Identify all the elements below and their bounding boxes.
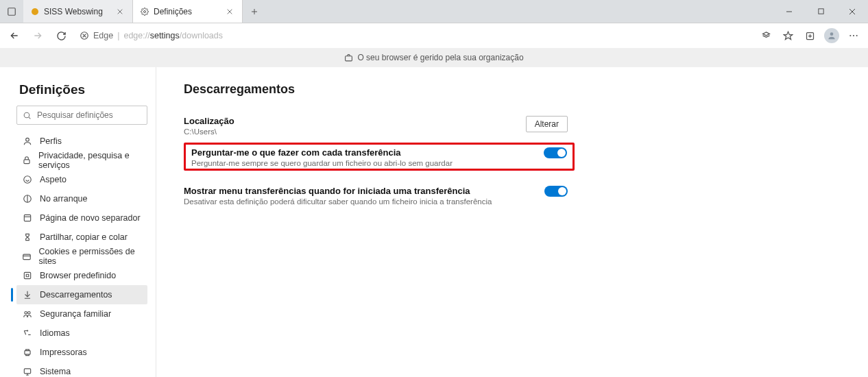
- nav-item-icon: [22, 328, 33, 339]
- svg-point-6: [830, 32, 834, 36]
- sidebar-item[interactable]: Página de novo separador: [16, 208, 147, 228]
- minimize-button[interactable]: [773, 0, 805, 23]
- settings-search[interactable]: [16, 106, 147, 125]
- sidebar-item[interactable]: Segurança familiar: [16, 304, 147, 324]
- close-icon[interactable]: [224, 6, 235, 17]
- sidebar-item[interactable]: Partilhar, copiar e colar: [16, 228, 147, 247]
- setting-location-title: Localização: [184, 116, 518, 126]
- svg-point-1: [32, 8, 38, 15]
- svg-point-12: [26, 138, 29, 141]
- forward-button[interactable]: [27, 25, 48, 46]
- sidebar-title: Definições: [19, 82, 147, 97]
- sidebar-item-label: Privacidade, pesquisa e serviços: [38, 151, 143, 170]
- collections-button[interactable]: [799, 25, 820, 46]
- svg-point-11: [24, 112, 29, 118]
- sidebar-item[interactable]: Sistema: [16, 362, 147, 377]
- svg-point-7: [849, 35, 851, 36]
- sidebar-item[interactable]: No arranque: [16, 189, 147, 208]
- sidebar-item-label: Sistema: [40, 367, 71, 376]
- more-button[interactable]: [843, 25, 864, 46]
- svg-rect-16: [24, 215, 30, 221]
- svg-rect-13: [24, 160, 29, 164]
- setting-menu-sub: Desativar esta definição poderá dificult…: [184, 197, 536, 206]
- setting-menu-title: Mostrar menu transferências quando for i…: [184, 186, 536, 196]
- browser-tab-0[interactable]: SISS Webswing: [23, 0, 133, 23]
- setting-location-path: C:\Users\: [184, 127, 518, 136]
- profile-button[interactable]: [821, 25, 842, 46]
- toggle-show-download-menu[interactable]: [544, 186, 568, 197]
- sidebar-nav: PerfisPrivacidade, pesquisa e serviçosAs…: [16, 132, 147, 377]
- nav-item-icon: [22, 251, 32, 262]
- sidebar-item[interactable]: Descarregamentos: [16, 285, 147, 304]
- svg-point-2: [144, 10, 146, 12]
- sidebar-item[interactable]: Impressoras: [16, 343, 147, 362]
- nav-item-icon: [22, 308, 33, 319]
- svg-rect-17: [23, 254, 31, 260]
- svg-point-20: [28, 312, 31, 315]
- svg-point-4: [81, 32, 88, 40]
- sidebar-item-label: No arranque: [40, 194, 88, 204]
- toolbar-right-icons: [756, 25, 864, 46]
- briefcase-icon: [344, 53, 353, 62]
- tab-title: Definições: [154, 7, 220, 16]
- nav-item-icon: [22, 289, 33, 300]
- svg-rect-10: [346, 56, 352, 60]
- site-identity-icon[interactable]: [80, 31, 89, 40]
- sidebar-item[interactable]: Cookies e permissões de sites: [16, 247, 147, 266]
- address-separator: |: [117, 31, 119, 40]
- search-input[interactable]: [36, 110, 141, 121]
- setting-ask-each-download: Perguntar-me o que fazer com cada transf…: [191, 147, 567, 167]
- svg-point-14: [24, 176, 32, 184]
- sidebar-item[interactable]: Idiomas: [16, 324, 147, 343]
- sidebar-item-label: Partilhar, copiar e colar: [40, 232, 128, 242]
- favorites-button[interactable]: [777, 25, 798, 46]
- sidebar-item[interactable]: Aspeto: [16, 170, 147, 189]
- browser-tab-1[interactable]: Definições: [133, 0, 243, 23]
- sidebar-item-label: Impressoras: [40, 348, 87, 357]
- nav-item-icon: [22, 193, 33, 204]
- settings-main: Definições PerfisPrivacidade, pesquisa e…: [0, 67, 868, 377]
- setting-show-download-menu: Mostrar menu transferências quando for i…: [184, 182, 568, 212]
- sidebar-item-label: Aspeto: [40, 175, 67, 184]
- svg-point-8: [853, 35, 854, 36]
- nav-item-icon: [22, 174, 33, 185]
- avatar-icon: [824, 28, 839, 43]
- nav-item-icon: [22, 232, 33, 243]
- title-bar: SISS Webswing Definições: [0, 0, 868, 23]
- settings-sidebar: Definições PerfisPrivacidade, pesquisa e…: [0, 67, 156, 377]
- tab-title: SISS Webswing: [44, 7, 110, 16]
- sidebar-item[interactable]: Perfis: [16, 132, 147, 151]
- browser-toolbar: Edge | edge://settings/downloads: [0, 23, 868, 48]
- nav-item-icon: [22, 212, 33, 223]
- svg-rect-22: [24, 369, 30, 374]
- maximize-button[interactable]: [805, 0, 836, 23]
- nav-item-icon: [22, 155, 32, 166]
- settings-content: Descarregamentos Localização C:\Users\ A…: [156, 67, 868, 377]
- sidebar-item-label: Segurança familiar: [40, 309, 111, 319]
- svg-rect-0: [8, 8, 16, 15]
- close-icon[interactable]: [114, 6, 125, 17]
- close-window-button[interactable]: [836, 0, 868, 23]
- tab-site-icon: [30, 7, 40, 16]
- setting-ask-sub: Perguntar-me sempre se quero guardar um …: [191, 159, 535, 167]
- read-aloud-button[interactable]: [756, 25, 776, 46]
- sidebar-item-label: Cookies e permissões de sites: [38, 247, 143, 266]
- setting-ask-title: Perguntar-me o que fazer com cada transf…: [191, 147, 535, 158]
- nav-item-icon: [22, 136, 33, 147]
- refresh-button[interactable]: [51, 25, 71, 46]
- window-controls: [773, 0, 868, 23]
- sidebar-item-label: Browser predefinido: [40, 271, 116, 280]
- toggle-ask-each-download[interactable]: [544, 147, 567, 158]
- address-url: edge://settings/downloads: [123, 31, 223, 40]
- app-menu-button[interactable]: [0, 0, 23, 23]
- sidebar-item-label: Descarregamentos: [40, 290, 112, 300]
- highlight-annotation: Perguntar-me o que fazer com cada transf…: [184, 143, 575, 171]
- sidebar-item[interactable]: Privacidade, pesquisa e serviços: [16, 151, 147, 170]
- change-location-button[interactable]: Alterar: [526, 116, 568, 132]
- address-proto: Edge: [93, 31, 113, 40]
- new-tab-button[interactable]: [243, 0, 266, 23]
- sidebar-item[interactable]: Browser predefinido: [16, 266, 147, 285]
- org-banner-text: O seu browser é gerido pela sua organiza…: [357, 53, 523, 62]
- address-bar[interactable]: Edge | edge://settings/downloads: [74, 26, 749, 45]
- back-button[interactable]: [4, 25, 25, 46]
